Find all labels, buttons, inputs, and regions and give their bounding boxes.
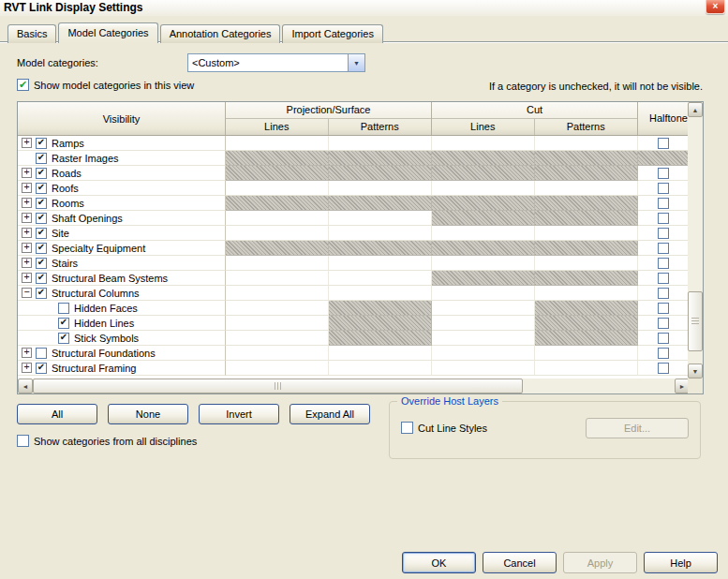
projection-lines-cell[interactable] <box>226 226 329 241</box>
halftone-header[interactable]: Halftone <box>638 102 690 135</box>
expand-icon[interactable]: + <box>22 168 32 178</box>
projection-patterns-cell[interactable] <box>329 181 432 196</box>
projection-lines-cell[interactable] <box>226 301 329 316</box>
vertical-scrollbar[interactable]: ▲ ▼ <box>688 102 703 379</box>
cut-line-styles-checkbox[interactable] <box>401 422 413 434</box>
invert-button[interactable]: Invert <box>199 404 279 424</box>
expand-icon[interactable]: + <box>22 138 32 148</box>
halftone-checkbox[interactable] <box>658 363 669 374</box>
row-visibility-checkbox[interactable] <box>36 198 47 209</box>
cut-lines-cell[interactable] <box>432 316 535 331</box>
halftone-checkbox[interactable] <box>658 168 669 179</box>
vertical-scroll-track[interactable] <box>688 117 703 364</box>
vertical-scroll-thumb[interactable] <box>688 291 703 351</box>
cut-patterns-cell[interactable] <box>535 181 638 196</box>
halftone-checkbox[interactable] <box>658 303 669 314</box>
row-visibility-checkbox[interactable] <box>36 213 47 224</box>
close-button[interactable]: × <box>706 0 725 14</box>
ok-button[interactable]: OK <box>402 552 476 573</box>
expand-icon[interactable]: + <box>22 198 32 208</box>
expand-icon[interactable]: + <box>22 213 32 223</box>
cut-patterns-header[interactable]: Patterns <box>535 119 638 135</box>
expand-icon[interactable]: + <box>22 273 32 283</box>
tab-import-categories[interactable]: Import Categories <box>282 24 382 43</box>
horizontal-scroll-thumb[interactable] <box>33 379 523 393</box>
horizontal-scrollbar[interactable]: ◄ ► <box>18 379 690 393</box>
row-visibility-checkbox[interactable] <box>36 258 47 269</box>
cut-patterns-cell[interactable] <box>535 136 638 151</box>
cut-patterns-cell[interactable] <box>535 256 638 271</box>
row-visibility-checkbox[interactable] <box>58 303 69 314</box>
edit-button[interactable]: Edit... <box>586 418 689 438</box>
cut-lines-cell[interactable] <box>432 361 535 376</box>
help-button[interactable]: Help <box>644 552 718 573</box>
cut-patterns-cell[interactable] <box>535 286 638 301</box>
expand-all-button[interactable]: Expand All <box>290 404 370 424</box>
halftone-checkbox[interactable] <box>658 213 669 224</box>
projection-patterns-cell[interactable] <box>329 211 432 226</box>
projection-surface-header[interactable]: Projection/Surface <box>226 102 431 119</box>
projection-patterns-cell[interactable] <box>329 226 432 241</box>
projection-patterns-cell[interactable] <box>329 346 432 361</box>
expand-icon[interactable]: + <box>22 243 32 253</box>
none-button[interactable]: None <box>108 404 188 424</box>
row-visibility-checkbox[interactable] <box>58 333 69 344</box>
projection-lines-cell[interactable] <box>226 331 329 346</box>
projection-patterns-cell[interactable] <box>329 286 432 301</box>
horizontal-scroll-track[interactable] <box>33 379 675 393</box>
row-visibility-checkbox[interactable] <box>36 153 47 164</box>
projection-patterns-header[interactable]: Patterns <box>329 119 432 135</box>
cut-patterns-cell[interactable] <box>535 226 638 241</box>
row-visibility-checkbox[interactable] <box>36 348 47 359</box>
cut-lines-cell[interactable] <box>432 181 535 196</box>
row-visibility-checkbox[interactable] <box>36 183 47 194</box>
expand-icon[interactable]: + <box>22 183 32 193</box>
projection-lines-cell[interactable] <box>226 256 329 271</box>
projection-lines-cell[interactable] <box>226 346 329 361</box>
halftone-checkbox[interactable] <box>658 243 669 254</box>
halftone-checkbox[interactable] <box>658 348 669 359</box>
all-button[interactable]: All <box>17 404 97 424</box>
scroll-up-button[interactable]: ▲ <box>688 102 703 117</box>
projection-lines-cell[interactable] <box>226 211 329 226</box>
apply-button[interactable]: Apply <box>563 552 637 573</box>
projection-patterns-cell[interactable] <box>329 271 432 286</box>
row-visibility-checkbox[interactable] <box>36 273 47 284</box>
halftone-checkbox[interactable] <box>658 183 669 194</box>
projection-lines-cell[interactable] <box>226 286 329 301</box>
cut-lines-cell[interactable] <box>432 256 535 271</box>
disciplines-checkbox[interactable] <box>17 435 29 447</box>
tab-annotation-categories[interactable]: Annotation Categories <box>160 24 281 43</box>
halftone-checkbox[interactable] <box>658 258 669 269</box>
cut-lines-cell[interactable] <box>432 226 535 241</box>
halftone-checkbox[interactable] <box>658 228 669 239</box>
row-visibility-checkbox[interactable] <box>36 168 47 179</box>
projection-patterns-cell[interactable] <box>329 361 432 376</box>
tab-basics[interactable]: Basics <box>7 24 56 43</box>
model-categories-dropdown[interactable]: <Custom> ▼ <box>187 53 365 72</box>
cut-header[interactable]: Cut <box>432 102 637 119</box>
visibility-header[interactable]: Visibility <box>18 102 226 135</box>
projection-lines-cell[interactable] <box>226 316 329 331</box>
projection-lines-cell[interactable] <box>226 271 329 286</box>
halftone-checkbox[interactable] <box>658 198 669 209</box>
dropdown-button[interactable]: ▼ <box>348 54 364 71</box>
cancel-button[interactable]: Cancel <box>483 552 557 573</box>
halftone-checkbox[interactable] <box>658 288 669 299</box>
cut-patterns-cell[interactable] <box>535 361 638 376</box>
projection-patterns-cell[interactable] <box>329 136 432 151</box>
cut-lines-header[interactable]: Lines <box>432 119 535 135</box>
projection-lines-cell[interactable] <box>226 181 329 196</box>
tab-model-categories[interactable]: Model Categories <box>58 22 157 43</box>
row-visibility-checkbox[interactable] <box>36 228 47 239</box>
cut-lines-cell[interactable] <box>432 346 535 361</box>
projection-lines-cell[interactable] <box>226 136 329 151</box>
halftone-checkbox[interactable] <box>658 333 669 344</box>
cut-lines-cell[interactable] <box>432 301 535 316</box>
projection-patterns-cell[interactable] <box>329 256 432 271</box>
expand-icon[interactable]: + <box>22 258 32 268</box>
row-visibility-checkbox[interactable] <box>36 243 47 254</box>
expand-icon[interactable]: + <box>22 228 32 238</box>
scroll-left-button[interactable]: ◄ <box>18 379 33 393</box>
show-model-categories-checkbox[interactable] <box>17 79 29 91</box>
